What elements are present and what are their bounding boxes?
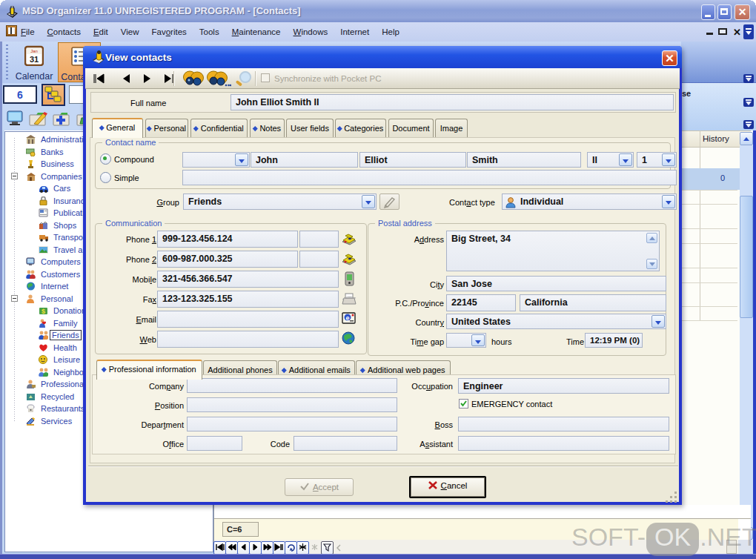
svg-text:$: $ (42, 308, 45, 315)
svg-text:Jan: Jan (30, 49, 38, 53)
svg-text:31: 31 (30, 55, 39, 64)
svg-text:e: e (345, 314, 349, 322)
